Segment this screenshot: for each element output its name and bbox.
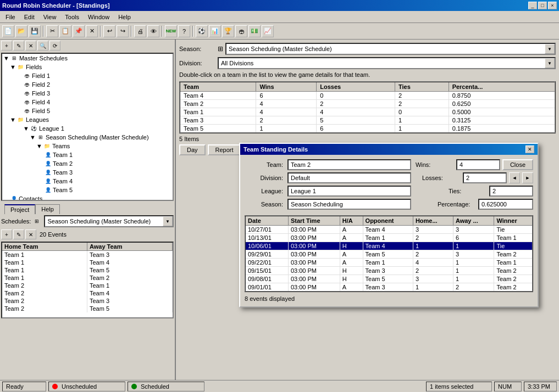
list-item[interactable]: Team 2 Team 1	[2, 282, 173, 289]
tree-item-team4[interactable]: 👤 Team 4	[43, 177, 173, 186]
team-input[interactable]	[287, 159, 411, 170]
table-row[interactable]: 09/08/01 03:00 PM H Team 5 3 1 Team 2	[245, 275, 533, 283]
list-item[interactable]: Team 1 Team 5	[2, 266, 173, 274]
division-dropdown-button[interactable]: ▼	[545, 58, 555, 68]
maximize-button[interactable]: □	[538, 2, 547, 9]
undo-button[interactable]: ↩	[103, 25, 115, 37]
tree-item-master-schedules[interactable]: ▼ ⊞ Master Schedules	[2, 54, 173, 63]
grid-button[interactable]: 📊	[209, 25, 221, 37]
close-button[interactable]: ×	[548, 2, 557, 9]
close-button-dialog[interactable]: Close	[502, 159, 533, 170]
sched-edit-button[interactable]: ✎	[13, 229, 24, 239]
tab-help[interactable]: Help	[35, 204, 60, 214]
tree-item-team1[interactable]: 👤 Team 1	[43, 150, 173, 159]
tree-item-league1[interactable]: ▼ ⚽ League 1	[22, 124, 173, 133]
list-item[interactable]: Team 2 Team 4	[2, 289, 173, 297]
table-row[interactable]: 09/15/01 03:00 PM H Team 3 2 1 Team 2	[245, 267, 533, 275]
help-tb-button[interactable]: ?	[178, 25, 190, 37]
tree-item-field1[interactable]: 🏟 Field 1	[22, 71, 173, 80]
tree-edit-button[interactable]: ✎	[13, 41, 24, 51]
open-button[interactable]: 📂	[15, 25, 27, 37]
season-dropdown-button[interactable]: ▼	[545, 44, 555, 54]
tree-item-season[interactable]: ▼ ⊞ Season Scheduling (Master Schedule)	[29, 133, 173, 142]
tree-item-team5[interactable]: 👤 Team 5	[43, 186, 173, 194]
dialog-close-button[interactable]: ✕	[525, 145, 534, 153]
chart-button[interactable]: 📈	[262, 25, 274, 37]
table-row[interactable]: Team 3 2 5 1 0.3125	[180, 116, 555, 125]
table-row[interactable]: Team 5 1 6 1 0.1875	[180, 125, 555, 133]
season-input[interactable]	[287, 199, 411, 210]
tree-delete-button[interactable]: ✕	[25, 41, 36, 51]
tree-item-teams[interactable]: ▼ 📁 Teams	[35, 142, 173, 150]
tree-item-contacts[interactable]: 👤 Contacts	[9, 194, 173, 201]
day-button[interactable]: Day	[179, 144, 206, 155]
minimize-button[interactable]: _	[528, 2, 537, 9]
losses-input[interactable]	[463, 172, 507, 183]
new2-button[interactable]: NEW	[165, 25, 177, 37]
report-button[interactable]: Report	[208, 144, 241, 155]
tree-refresh-button[interactable]: ⟳	[49, 41, 60, 51]
league-input[interactable]	[287, 186, 411, 197]
next-button[interactable]: ►	[522, 172, 533, 183]
menu-help[interactable]: Help	[115, 13, 134, 21]
tree-item-field5[interactable]: 🏟 Field 5	[22, 107, 173, 115]
list-item[interactable]: Team 2 Team 3	[2, 297, 173, 305]
paste-button[interactable]: 📌	[73, 25, 85, 37]
new-button[interactable]: 📄	[2, 25, 14, 37]
table-row[interactable]: 09/01/01 03:00 PM A Team 3 1 2 Team 2	[245, 283, 533, 292]
schedules-dropdown-button[interactable]: ▼	[163, 216, 173, 226]
table-row[interactable]: Team 4 6 0 2 0.8750	[180, 92, 555, 100]
table-row[interactable]: Team 1 4 4 0 0.5000	[180, 108, 555, 116]
tree-area[interactable]: ▼ ⊞ Master Schedules ▼ 📁 Fields 🏟 Field …	[1, 53, 174, 201]
menu-view[interactable]: View	[40, 13, 60, 21]
table-row[interactable]: 09/29/01 03:00 PM A Team 5 2 3 Team 2	[245, 250, 533, 259]
ball-button[interactable]: ⚽	[196, 25, 208, 37]
schedules-combo[interactable]: Season Scheduling (Master Schedule) ▼	[44, 215, 174, 227]
status-unscheduled[interactable]: Unscheduled	[48, 382, 125, 391]
table-row-selected[interactable]: 10/06/01 03:00 PM H Team 4 1 1 Tie	[245, 242, 533, 250]
tree-item-team2[interactable]: 👤 Team 2	[43, 159, 173, 168]
season-combo[interactable]: Season Scheduling (Master Schedule) ▼	[225, 43, 556, 55]
table-row[interactable]: 10/13/01 03:00 PM A Team 1 2 6 Team 1	[245, 234, 533, 242]
field-button[interactable]: 🏟	[235, 25, 247, 37]
menu-tools[interactable]: Tools	[62, 13, 82, 21]
wins-input[interactable]	[456, 159, 500, 170]
trophy-button[interactable]: 🏆	[222, 25, 234, 37]
tree-item-fields[interactable]: ▼ 📁 Fields	[9, 63, 173, 71]
tree-item-field3[interactable]: 🏟 Field 3	[22, 89, 173, 98]
tree-add-button[interactable]: +	[1, 41, 12, 51]
list-item[interactable]: Team 1 Team 4	[2, 259, 173, 266]
status-scheduled[interactable]: Scheduled	[128, 382, 204, 391]
copy-button[interactable]: 📋	[59, 25, 71, 37]
menu-window[interactable]: Window	[85, 13, 113, 21]
money-button[interactable]: 💵	[248, 25, 261, 37]
tree-item-field4[interactable]: 🏟 Field 4	[22, 98, 173, 107]
ties-input[interactable]	[489, 186, 533, 197]
pct-input[interactable]	[478, 199, 533, 210]
schedule-list[interactable]: Home Team Away Team Team 1 Team 3 Team 1…	[1, 242, 174, 318]
save-button[interactable]: 💾	[29, 25, 41, 37]
division-input[interactable]	[287, 172, 411, 183]
table-row[interactable]: 10/27/01 03:00 PM A Team 4 3 3 Tie	[245, 226, 533, 234]
list-item[interactable]: Team 1 Team 3	[2, 251, 173, 259]
menu-file[interactable]: File	[2, 13, 19, 21]
tree-item-team3[interactable]: 👤 Team 3	[43, 168, 173, 177]
table-row[interactable]: Team 2 4 2 2 0.6250	[180, 100, 555, 108]
prev-button[interactable]: ◄	[509, 172, 520, 183]
list-item[interactable]: Team 1 Team 2	[2, 274, 173, 282]
list-item[interactable]: Team 2 Team 5	[2, 305, 173, 312]
tree-item-leagues[interactable]: ▼ 📁 Leagues	[9, 115, 173, 124]
tree-search-button[interactable]: 🔍	[37, 41, 48, 51]
sched-add-button[interactable]: +	[1, 229, 12, 239]
table-row[interactable]: 09/22/01 03:00 PM A Team 1 4 1 Team 1	[245, 259, 533, 267]
tree-item-field2[interactable]: 🏟 Field 2	[22, 80, 173, 89]
cut-button[interactable]: ✂	[46, 25, 58, 37]
sched-delete-button[interactable]: ✕	[25, 229, 36, 239]
preview-button[interactable]: 👁	[147, 25, 159, 37]
division-combo[interactable]: All Divisions ▼	[218, 57, 556, 69]
delete-button[interactable]: ✕	[86, 25, 98, 37]
tab-project[interactable]: Project	[4, 204, 35, 214]
redo-button[interactable]: ↪	[117, 25, 129, 37]
print-button[interactable]: 🖨	[134, 25, 146, 37]
menu-edit[interactable]: Edit	[21, 13, 38, 21]
